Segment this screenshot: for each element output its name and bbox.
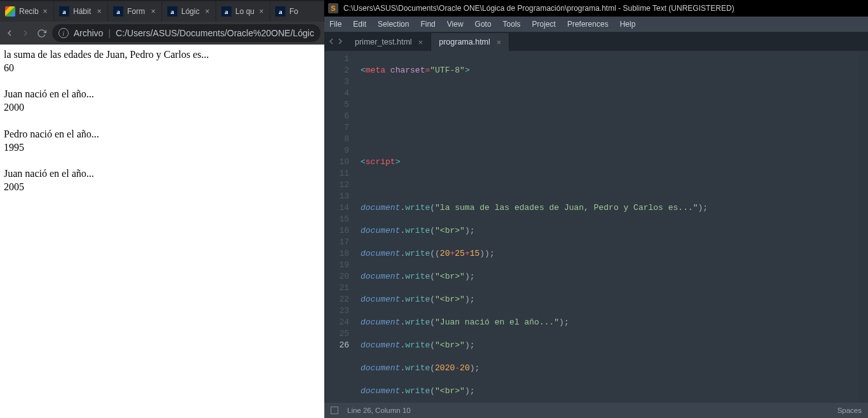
chevron-right-icon (337, 38, 343, 45)
browser-tab[interactable]: aLo qu× (216, 1, 270, 22)
browser-toolbar: i Archivo | C:/Users/ASUS/Documents/Orac… (0, 22, 324, 45)
editor-tab-bar: primer_test.html× programa.html× (324, 32, 868, 51)
page-text: 2005 (4, 181, 320, 194)
menu-find[interactable]: Find (420, 20, 435, 29)
tab-title: Lo qu (235, 7, 257, 16)
tab-title: Hábit (73, 7, 95, 16)
tab-title: Recib (19, 7, 41, 16)
page-text: 1995 (4, 141, 320, 155)
alura-icon: a (275, 6, 286, 17)
line-number-gutter: 1234567891011121314151617181920212223242… (325, 51, 355, 403)
window-title: C:\Users\ASUS\Documents\Oracle ONE\Lógic… (343, 4, 734, 13)
close-icon[interactable]: × (149, 7, 158, 16)
tab-title: Lógic (181, 7, 203, 16)
browser-tab-strip: Recib× aHábit× aForm× aLógic× aLo qu× aF… (0, 0, 324, 22)
address-bar[interactable]: i Archivo | C:/Users/ASUS/Documents/Orac… (52, 24, 320, 42)
panel-toggle-icon[interactable] (331, 407, 338, 414)
page-text: Pedro nació en el año... (4, 128, 320, 141)
page-text: la suma de las edades de Juan, Pedro y C… (4, 48, 320, 62)
page-body: la suma de las edades de Juan, Pedro y C… (0, 45, 324, 418)
menu-edit[interactable]: Edit (353, 20, 366, 29)
tab-label: primer_test.html (355, 38, 412, 46)
url-scheme-label: Archivo (74, 28, 104, 38)
forward-button[interactable] (20, 25, 31, 41)
code-area[interactable]: <meta charset="UTF-8"> <script> document… (355, 51, 859, 403)
url-path: C:/Users/ASUS/Documents/Oracle%20ONE/Lóg… (116, 28, 314, 38)
reload-button[interactable] (36, 25, 46, 41)
menu-project[interactable]: Project (532, 20, 556, 29)
alura-icon: a (167, 6, 177, 17)
alura-icon: a (59, 6, 69, 17)
info-icon[interactable]: i (59, 28, 69, 38)
menu-preferences[interactable]: Preferences (567, 20, 609, 29)
close-icon[interactable]: × (257, 7, 266, 16)
browser-tab[interactable]: aFo (270, 1, 324, 22)
menu-selection[interactable]: Selection (378, 20, 409, 29)
tab-scroll-arrows[interactable] (324, 32, 347, 51)
sublime-window: C:\Users\ASUS\Documents\Oracle ONE\Lógic… (324, 0, 868, 418)
browser-window: Recib× aHábit× aForm× aLógic× aLo qu× aF… (0, 0, 324, 418)
back-button[interactable] (4, 25, 15, 41)
browser-tab[interactable]: aForm× (108, 1, 162, 22)
close-icon[interactable]: × (203, 7, 212, 16)
editor-tab[interactable]: primer_test.html× (347, 33, 431, 51)
status-indent[interactable]: Spaces (837, 407, 862, 414)
gmail-icon (5, 6, 15, 17)
minimap[interactable] (859, 51, 868, 403)
alura-icon: a (221, 6, 231, 17)
browser-tab[interactable]: aHábit× (54, 1, 108, 22)
close-icon[interactable]: × (41, 7, 50, 16)
alura-icon: a (113, 6, 123, 17)
status-bar: Line 26, Column 10 Spaces (324, 403, 868, 418)
close-icon[interactable]: × (497, 38, 502, 47)
page-text: Juan nació en el año... (4, 167, 320, 181)
menu-goto[interactable]: Goto (475, 20, 492, 29)
code-editor[interactable]: 1234567891011121314151617181920212223242… (324, 51, 868, 403)
tab-label: programa.html (439, 38, 490, 46)
page-text: Juan nació en el año... (4, 88, 320, 101)
status-position[interactable]: Line 26, Column 10 (347, 407, 411, 414)
chevron-left-icon (328, 38, 334, 45)
page-text: 60 (4, 62, 320, 75)
page-text: 2000 (4, 101, 320, 115)
menu-help[interactable]: Help (620, 20, 636, 29)
menu-tools[interactable]: Tools (503, 20, 521, 29)
menu-bar: File Edit Selection Find View Goto Tools… (324, 17, 868, 32)
close-icon[interactable]: × (418, 38, 424, 47)
browser-tab[interactable]: Recib× (0, 1, 54, 22)
url-separator: | (108, 28, 111, 38)
browser-tab[interactable]: aLógic× (162, 1, 216, 22)
menu-view[interactable]: View (447, 20, 464, 29)
tab-title: Fo (289, 7, 320, 16)
editor-tab-active[interactable]: programa.html× (431, 33, 509, 51)
sublime-logo-icon (328, 3, 338, 13)
tab-title: Form (127, 7, 149, 16)
window-titlebar[interactable]: C:\Users\ASUS\Documents\Oracle ONE\Lógic… (324, 0, 868, 17)
close-icon[interactable]: × (95, 7, 104, 16)
menu-file[interactable]: File (329, 20, 341, 29)
